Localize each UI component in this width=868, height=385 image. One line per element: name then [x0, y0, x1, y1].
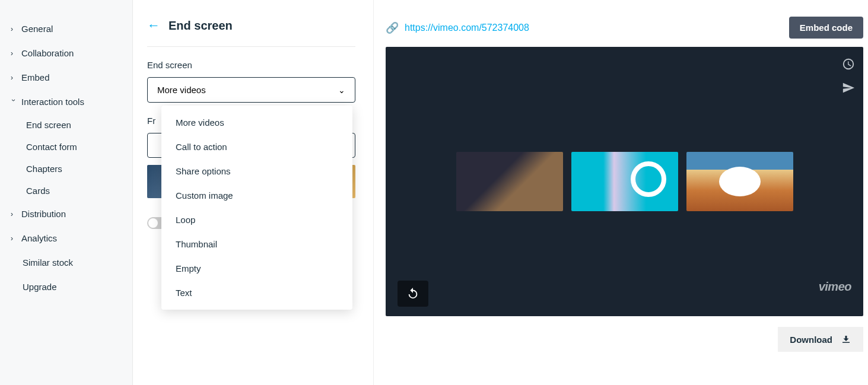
sidebar-item-embed[interactable]: › Embed [0, 65, 132, 90]
panel-title: End screen [168, 19, 233, 33]
sidebar-sub-cards[interactable]: Cards [0, 180, 132, 202]
dropdown-option-share-options[interactable]: Share options [161, 159, 352, 183]
download-icon [841, 334, 851, 345]
sidebar-item-similar-stock[interactable]: Similar stock [0, 250, 132, 275]
download-label: Download [790, 335, 832, 345]
url-left: 🔗 https://vimeo.com/572374008 [386, 21, 529, 34]
sidebar-item-collaboration[interactable]: › Collaboration [0, 41, 132, 65]
embed-code-button[interactable]: Embed code [789, 17, 863, 39]
suggested-video-1[interactable] [456, 152, 563, 211]
share-icon[interactable] [842, 81, 855, 94]
dropdown-option-call-to-action[interactable]: Call to action [161, 135, 352, 159]
sidebar-item-label: General [21, 24, 53, 34]
sidebar-item-label: Analytics [21, 233, 57, 243]
sidebar-item-analytics[interactable]: › Analytics [0, 226, 132, 250]
player-side-icons [842, 58, 855, 94]
select-value: More videos [157, 85, 206, 95]
chevron-right-icon: › [11, 25, 17, 33]
panel-header: ← End screen [147, 18, 355, 47]
sidebar-item-label: Collaboration [21, 48, 74, 58]
chevron-right-icon: › [11, 234, 17, 243]
sidebar-item-distribution[interactable]: › Distribution [0, 202, 132, 226]
replay-icon [406, 287, 419, 300]
sidebar: › General › Collaboration › Embed › Inte… [0, 0, 133, 385]
chevron-right-icon: › [11, 210, 17, 218]
dropdown-option-text[interactable]: Text [161, 281, 352, 305]
end-screen-label: End screen [147, 60, 355, 70]
end-screen-dropdown: More videos Call to action Share options… [161, 106, 352, 310]
sidebar-item-general[interactable]: › General [0, 17, 132, 41]
chevron-down-icon: ⌄ [338, 85, 345, 95]
sidebar-item-upgrade[interactable]: Upgrade [0, 275, 132, 299]
dropdown-option-thumbnail[interactable]: Thumbnail [161, 232, 352, 256]
download-row: Download [386, 327, 863, 352]
end-screen-select[interactable]: More videos ⌄ [147, 77, 355, 103]
sidebar-sub-end-screen[interactable]: End screen [0, 114, 132, 136]
chevron-down-icon: › [9, 99, 18, 105]
video-player[interactable]: vimeo [386, 47, 863, 316]
sidebar-item-label: Distribution [21, 209, 66, 219]
sidebar-item-interaction-tools[interactable]: › Interaction tools [0, 90, 132, 114]
sidebar-sub-chapters[interactable]: Chapters [0, 158, 132, 180]
sidebar-sub-contact-form[interactable]: Contact form [0, 136, 132, 158]
back-arrow-icon[interactable]: ← [147, 18, 160, 33]
vimeo-logo[interactable]: vimeo [819, 280, 851, 294]
dropdown-option-custom-image[interactable]: Custom image [161, 183, 352, 208]
url-row: 🔗 https://vimeo.com/572374008 Embed code [386, 0, 863, 47]
replay-button[interactable] [398, 281, 428, 307]
sidebar-item-label: Embed [21, 72, 50, 82]
end-screen-suggestions [456, 152, 793, 211]
video-url-link[interactable]: https://vimeo.com/572374008 [405, 23, 529, 33]
link-icon: 🔗 [386, 21, 399, 34]
chevron-right-icon: › [11, 74, 17, 82]
chevron-right-icon: › [11, 49, 17, 58]
watch-later-icon[interactable] [842, 58, 855, 71]
dropdown-option-more-videos[interactable]: More videos [161, 110, 352, 135]
dropdown-option-empty[interactable]: Empty [161, 256, 352, 281]
dropdown-option-loop[interactable]: Loop [161, 208, 352, 232]
suggested-video-3[interactable] [686, 152, 793, 211]
download-button[interactable]: Download [778, 327, 863, 352]
sidebar-item-label: Interaction tools [21, 97, 84, 107]
suggested-video-2[interactable] [571, 152, 678, 211]
preview-panel: 🔗 https://vimeo.com/572374008 Embed code… [374, 0, 868, 385]
